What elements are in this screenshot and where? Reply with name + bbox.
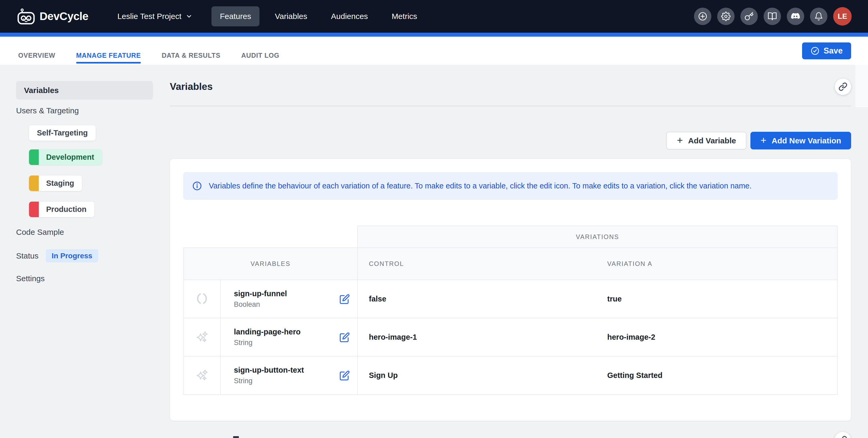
edit-variable-button[interactable] xyxy=(339,294,350,304)
tab-audit-log[interactable]: AUDIT LOG xyxy=(241,37,279,65)
feature-sidebar: Variables Users & Targeting Self-Targeti… xyxy=(0,65,163,283)
variable-type-cell xyxy=(184,280,220,318)
variable-name: landing-page-hero xyxy=(234,328,301,336)
book-open-icon xyxy=(768,11,777,21)
variable-type: Boolean xyxy=(234,300,287,309)
save-button-label: Save xyxy=(824,46,843,56)
sidebar-env-staging[interactable]: Staging xyxy=(29,175,82,191)
sidebar-item-status[interactable]: Status xyxy=(16,251,38,260)
nav-item-features[interactable]: Features xyxy=(212,6,259,26)
table-row: sign-up-button-text String Sign Up Getti… xyxy=(184,356,837,395)
copy-section-link-button[interactable] xyxy=(835,78,851,95)
env-label-staging: Staging xyxy=(39,179,82,188)
copy-section-link-button-bottom[interactable] xyxy=(835,432,851,438)
top-nav: DevCycle Leslie Test Project Features Va… xyxy=(0,0,868,33)
variable-type: String xyxy=(234,377,304,385)
page-title: Variables xyxy=(170,81,213,92)
check-circle-icon xyxy=(810,46,819,55)
env-label-development: Development xyxy=(39,153,102,162)
key-icon xyxy=(744,11,754,21)
edit-pencil-icon xyxy=(339,294,350,304)
settings-button[interactable] xyxy=(717,8,735,25)
nav-utility-icons: LE xyxy=(694,7,851,26)
add-variable-label: Add Variable xyxy=(688,136,736,145)
sidebar-item-variables[interactable]: Variables xyxy=(16,81,153,100)
nav-item-variables[interactable]: Variables xyxy=(266,6,316,26)
link-icon xyxy=(838,436,847,438)
save-button[interactable]: Save xyxy=(802,42,851,59)
variable-type-cell xyxy=(184,356,220,395)
variation-a-value: Getting Started xyxy=(596,356,837,395)
user-avatar[interactable]: LE xyxy=(833,7,851,26)
api-keys-button[interactable] xyxy=(740,8,758,25)
control-value: Sign Up xyxy=(358,356,596,395)
info-icon xyxy=(192,181,202,191)
variable-name: sign-up-funnel xyxy=(234,290,287,298)
section-divider xyxy=(170,105,851,106)
variables-table: VARIATIONS VARIABLES CONTROL VARIATION A xyxy=(183,226,838,395)
section-header: Variables xyxy=(170,78,851,95)
table-row: landing-page-hero String hero-image-1 he… xyxy=(184,318,837,356)
variations-group-header: VARIATIONS xyxy=(358,226,837,248)
plus-icon: + xyxy=(677,135,683,145)
tab-manage-feature[interactable]: MANAGE FEATURE xyxy=(76,37,141,65)
info-banner-text: Variables define the behaviour of each v… xyxy=(209,181,752,190)
notifications-button[interactable] xyxy=(810,8,827,25)
table-actions: + Add Variable + Add New Variation xyxy=(170,132,851,149)
brand-logo[interactable]: DevCycle xyxy=(17,8,88,25)
sparkles-icon xyxy=(195,368,209,381)
edit-variable-button[interactable] xyxy=(339,370,350,381)
main-panel: Variables + Add Variable + Add New Varia… xyxy=(163,65,868,421)
column-header-control[interactable]: CONTROL xyxy=(358,248,596,280)
chevron-down-icon xyxy=(186,13,192,20)
cropped-next-section-text xyxy=(233,436,239,438)
variable-type: String xyxy=(234,339,301,347)
variable-name: sign-up-button-text xyxy=(234,366,304,374)
sidebar-link-self-targeting[interactable]: Self-Targeting xyxy=(29,125,96,141)
variable-name-cell: sign-up-button-text String xyxy=(220,356,358,395)
gear-icon xyxy=(721,11,731,21)
variable-name-cell: landing-page-hero String xyxy=(220,318,358,356)
column-header-variation-a[interactable]: VARIATION A xyxy=(596,248,837,280)
project-selector[interactable]: Leslie Test Project xyxy=(117,12,192,21)
app-root: DevCycle Leslie Test Project Features Va… xyxy=(0,0,868,438)
top-progress-bar xyxy=(0,33,868,37)
env-label-production: Production xyxy=(39,205,94,214)
sidebar-item-users-targeting[interactable]: Users & Targeting xyxy=(16,106,153,115)
bell-icon xyxy=(814,12,823,21)
plus-icon: + xyxy=(761,135,766,145)
discord-button[interactable] xyxy=(787,8,804,25)
add-new-variation-label: Add New Variation xyxy=(772,136,841,145)
create-new-button[interactable] xyxy=(694,8,711,25)
sidebar-item-code-sample[interactable]: Code Sample xyxy=(16,228,153,237)
sparkles-icon xyxy=(195,330,209,343)
sidebar-item-settings[interactable]: Settings xyxy=(16,274,153,283)
tab-overview[interactable]: OVERVIEW xyxy=(18,37,55,65)
plus-circle-icon xyxy=(698,11,707,21)
project-name: Leslie Test Project xyxy=(117,12,181,21)
sidebar-env-development[interactable]: Development xyxy=(29,149,102,165)
tab-data-results[interactable]: DATA & RESULTS xyxy=(162,37,220,65)
content-area: Variables Users & Targeting Self-Targeti… xyxy=(0,65,868,421)
info-banner: Variables define the behaviour of each v… xyxy=(183,172,838,200)
add-variable-button[interactable]: + Add Variable xyxy=(666,132,746,149)
primary-nav: Features Variables Audiences Metrics xyxy=(212,6,426,26)
env-color-chip-production xyxy=(29,202,39,217)
docs-button[interactable] xyxy=(764,8,781,25)
variation-a-value: true xyxy=(596,280,837,318)
env-color-chip-staging xyxy=(29,175,39,191)
table-row: sign-up-funnel Boolean false true xyxy=(184,280,837,318)
boolean-toggle-icon xyxy=(196,292,208,305)
edit-pencil-icon xyxy=(339,370,350,381)
variable-name-cell: sign-up-funnel Boolean xyxy=(220,280,358,318)
sidebar-env-production[interactable]: Production xyxy=(29,202,94,217)
nav-item-metrics[interactable]: Metrics xyxy=(383,6,426,26)
scrollbar-gutter xyxy=(855,65,868,107)
column-header-variables: VARIABLES xyxy=(184,248,358,280)
nav-item-audiences[interactable]: Audiences xyxy=(322,6,376,26)
variation-a-value: hero-image-2 xyxy=(596,318,837,356)
edit-variable-button[interactable] xyxy=(339,332,350,343)
status-badge: In Progress xyxy=(46,249,98,263)
devcycle-robot-icon xyxy=(17,8,35,25)
add-new-variation-button[interactable]: + Add New Variation xyxy=(750,132,851,149)
